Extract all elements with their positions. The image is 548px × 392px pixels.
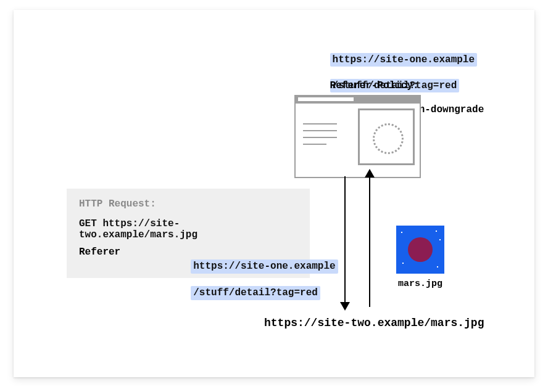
referer-line1: https://site-one.example <box>191 259 338 274</box>
arrowhead-up-icon <box>365 169 375 178</box>
star-icon <box>401 232 402 233</box>
browser-body <box>294 104 421 178</box>
arrowhead-down-icon <box>340 302 350 311</box>
star-icon <box>402 263 404 264</box>
mars-image-icon <box>396 226 444 274</box>
mars-filename: mars.jpg <box>396 279 444 289</box>
diagram-stage: https://site-one.example /stuff/detail?t… <box>0 0 548 392</box>
response-arrow-up <box>369 176 370 307</box>
request-heading: HTTP Request: <box>79 198 297 210</box>
resource-url: https://site-two.example/mars.jpg <box>264 317 484 329</box>
origin-url-line1: https://site-one.example <box>330 53 477 67</box>
referer-label: Referer <box>79 247 120 258</box>
planet-icon <box>408 237 433 262</box>
referer-line2: /stuff/detail?tag=red <box>191 286 320 300</box>
policy-label: Referer-Policy: <box>330 80 419 91</box>
request-arrow-down <box>344 176 346 304</box>
dotted-circle-icon <box>373 123 404 154</box>
referer-row: Referer https://site-one.example /stuff/… <box>79 247 297 313</box>
referer-value: https://site-one.example /stuff/detail?t… <box>131 247 338 313</box>
star-icon <box>436 231 437 232</box>
browser-window-icon <box>294 95 421 178</box>
browser-titlebar <box>294 95 421 104</box>
diagram-card: https://site-one.example /stuff/detail?t… <box>14 10 534 377</box>
image-placeholder-icon <box>358 108 415 165</box>
star-icon <box>439 239 441 240</box>
star-icon <box>437 266 438 267</box>
request-line: GET https://site-two.example/mars.jpg <box>79 218 297 240</box>
http-request-panel: HTTP Request: GET https://site-two.examp… <box>67 189 310 278</box>
text-lines-icon <box>303 123 337 150</box>
